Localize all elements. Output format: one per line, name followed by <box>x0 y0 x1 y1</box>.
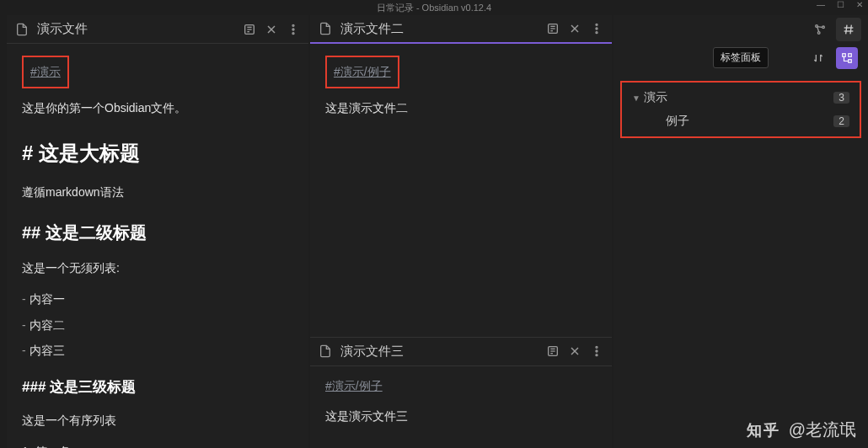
close-pane-icon[interactable] <box>568 344 581 358</box>
svg-rect-37 <box>849 54 852 57</box>
pane-demo-file-3: 演示文件三 #演示/例子 这是演示文件三 <box>310 337 612 448</box>
tag-pane-tab[interactable] <box>836 18 861 41</box>
svg-point-15 <box>596 24 597 25</box>
svg-rect-38 <box>849 60 852 63</box>
svg-line-31 <box>817 27 819 32</box>
chevron-down-icon: ▼ <box>632 93 644 103</box>
tag-link[interactable]: #演示 <box>30 61 61 83</box>
pane-title: 演示文件二 <box>340 21 538 37</box>
toggle-nested-button[interactable] <box>836 47 858 69</box>
tag-name: 例子 <box>644 114 833 129</box>
tag-tree-item-root[interactable]: ▼ 演示 3 <box>624 86 858 109</box>
window-close-button[interactable]: ✕ <box>856 0 863 9</box>
editor-body-3[interactable]: #演示/例子 这是演示文件三 <box>310 366 612 448</box>
svg-point-29 <box>817 32 820 35</box>
close-pane-icon[interactable] <box>265 23 278 36</box>
svg-line-33 <box>850 25 851 35</box>
svg-point-6 <box>292 24 294 26</box>
svg-point-17 <box>596 32 597 34</box>
sort-button[interactable] <box>807 47 829 69</box>
close-pane-icon[interactable] <box>568 22 581 35</box>
tooltip: 标签面板 <box>713 47 769 68</box>
window-maximize-button[interactable]: ☐ <box>837 0 844 9</box>
reading-mode-icon[interactable] <box>546 344 560 358</box>
tag-link[interactable]: #演示/例子 <box>325 375 383 397</box>
paragraph: 这是演示文件三 <box>325 405 597 428</box>
svg-point-7 <box>292 29 294 30</box>
tag-tree-item-child[interactable]: 例子 2 <box>624 109 858 133</box>
watermark: 知乎 @老流氓 <box>747 419 856 441</box>
svg-rect-36 <box>843 54 846 57</box>
more-icon[interactable] <box>590 22 603 35</box>
svg-point-8 <box>292 32 294 34</box>
file-icon <box>319 344 332 358</box>
tag-link[interactable]: #演示/例子 <box>334 61 391 83</box>
editor-body-2[interactable]: #演示/例子 这是演示文件二 <box>310 44 612 337</box>
svg-line-30 <box>817 27 822 28</box>
paragraph: 这是一个无须列表: <box>22 257 293 280</box>
svg-point-24 <box>596 347 597 349</box>
right-sidebar: 标签面板 ▼ 演示 3 例子 2 <box>613 15 868 448</box>
window-titlebar: 日常记录 - Obsidian v0.12.4 — ☐ ✕ <box>0 0 868 15</box>
list-item: 1. 第一条 <box>22 440 293 448</box>
pane-demo-file-2: 演示文件二 #演示/例子 这是演示文件二 <box>310 15 612 337</box>
svg-point-26 <box>596 355 597 356</box>
paragraph: 这是你的第一个Obsidian文件。 <box>22 97 293 120</box>
svg-line-32 <box>846 25 847 35</box>
list-item: 内容一 <box>22 288 293 311</box>
file-icon <box>319 22 332 35</box>
svg-point-25 <box>596 350 597 352</box>
tag-tree: ▼ 演示 3 例子 2 <box>620 81 861 138</box>
reading-mode-icon[interactable] <box>546 22 560 35</box>
svg-point-28 <box>822 26 825 29</box>
tag-count: 2 <box>833 115 849 127</box>
paragraph: 这是一个有序列表 <box>22 409 293 432</box>
watermark-author: @老流氓 <box>789 419 856 441</box>
svg-point-16 <box>596 28 597 29</box>
heading-3: ### 这是三级标题 <box>22 374 293 401</box>
reading-mode-icon[interactable] <box>243 23 256 36</box>
list-item: 内容三 <box>22 339 293 362</box>
paragraph: 这是演示文件二 <box>325 97 597 120</box>
pane-demo-file-1: 演示文件 #演示 这是你的第一个Obsidian文件。 # 这是大标题 遵循ma… <box>7 15 308 448</box>
heading-1: # 这是大标题 <box>22 134 293 173</box>
more-icon[interactable] <box>590 344 603 358</box>
editor-body-1[interactable]: #演示 这是你的第一个Obsidian文件。 # 这是大标题 遵循markdow… <box>7 44 308 448</box>
tag-count: 3 <box>833 92 849 104</box>
window-title: 日常记录 - Obsidian v0.12.4 <box>377 2 491 14</box>
tag-name: 演示 <box>644 90 833 105</box>
list-item: 内容二 <box>22 314 293 337</box>
pane-title: 演示文件三 <box>340 344 538 360</box>
watermark-logo: 知乎 <box>747 420 780 440</box>
file-icon <box>15 23 29 36</box>
more-icon[interactable] <box>287 23 300 36</box>
heading-2: ## 这是二级标题 <box>22 216 293 248</box>
window-minimize-button[interactable]: — <box>817 0 825 9</box>
paragraph: 遵循markdown语法 <box>22 181 293 204</box>
pane-title: 演示文件 <box>37 21 234 37</box>
graph-tab[interactable] <box>807 18 833 41</box>
